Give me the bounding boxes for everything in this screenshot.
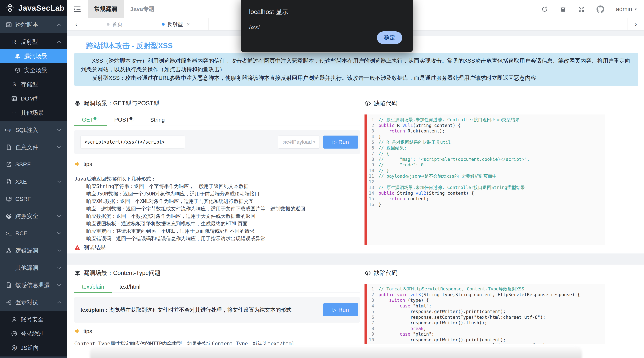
code-line: 5// R 是对返回结果的封装工具util xyxy=(367,140,605,145)
vuln-code-block-2[interactable]: 1// Tomcat内置HttpServletResponse, Content… xyxy=(364,284,605,344)
line-number: 1 xyxy=(367,117,377,123)
hamburger-icon xyxy=(74,6,80,12)
sidebar-item-sql-injection[interactable]: SQLSQL注入 xyxy=(0,122,66,138)
scenario-title: 漏洞场景：GET型与POST型 xyxy=(84,99,159,108)
tab-text-html[interactable]: text/html xyxy=(112,281,148,292)
close-icon[interactable]: × xyxy=(187,21,190,28)
run-label: Run xyxy=(338,139,349,145)
sidebar-item-info-leak[interactable]: 敏感信息泄漏 xyxy=(0,276,66,294)
fullscreen-icon[interactable] xyxy=(578,6,585,12)
sidebar-item-label: 跨源安全 xyxy=(15,212,38,220)
sidebar-item-js-reverse[interactable]: JSJS逆向 xyxy=(0,341,66,355)
line-number: 6 xyxy=(367,314,377,320)
sidebar-item-account-safe[interactable]: 账号安全 xyxy=(0,312,66,326)
refresh-icon[interactable] xyxy=(542,6,548,12)
code-icon xyxy=(364,100,371,107)
sidebar-item-login-bypass[interactable]: 登录绕过 xyxy=(0,326,66,341)
user-dropdown[interactable]: admin ▾ xyxy=(616,6,637,13)
line-number: 10 xyxy=(367,168,377,174)
tab-text-plain[interactable]: text/plain xyxy=(74,281,112,292)
bug-icon xyxy=(14,53,21,60)
window-code-icon xyxy=(5,21,12,28)
sidebar-item-other-vuln[interactable]: ⋯其他漏洞 xyxy=(0,259,66,276)
code-text: case "html": xyxy=(377,303,432,309)
terminal-icon: >_ xyxy=(5,230,12,237)
sidebar-item-other-scene[interactable]: ⋯其他场景 xyxy=(0,106,66,120)
code-text xyxy=(377,179,378,185)
dom-grid-icon xyxy=(11,95,18,102)
code-icon xyxy=(364,270,371,276)
sidebar-item-xxe[interactable]: XXE xyxy=(0,173,66,190)
code-text: // R 是对返回结果的封装工具util xyxy=(377,140,451,145)
tab-regular-vulns[interactable]: 常规漏洞 xyxy=(88,0,124,18)
sidebar-item-vuln-scene[interactable]: 漏洞场景 xyxy=(0,49,66,63)
submenu-group: R反射型漏洞场景安全场景S存储型DOM型⋯其他场景 xyxy=(0,33,66,122)
sidebar-item-label: RCE xyxy=(15,230,28,236)
tags-scroll-left-button[interactable]: ‹ xyxy=(66,18,86,30)
run-button[interactable]: ▷ Run xyxy=(323,136,358,148)
shield-check-icon xyxy=(14,67,21,74)
sidebar-item-csrf[interactable]: CSRF xyxy=(0,190,66,208)
vuln-code-block-1[interactable]: 1// 原生漏洞场景,未加任何过滤, Controller接口返回Json类型结… xyxy=(364,114,605,245)
code-text: response.setContentType("text/plain;char… xyxy=(377,343,548,344)
code-line: 4} xyxy=(367,134,605,140)
example-payload-select[interactable]: 示例Payload ▼ xyxy=(278,136,320,148)
tag-reflected-xss[interactable]: 反射型 × xyxy=(143,18,209,30)
app-logo[interactable]: JavaSecLab xyxy=(0,0,66,16)
run-button-2[interactable]: ▷ Run xyxy=(323,303,358,316)
doc-warning-icon xyxy=(5,282,12,288)
sidebar-item-cors[interactable]: 跨源安全 xyxy=(0,208,66,225)
sidebar-item-rce[interactable]: >_RCE xyxy=(0,225,66,242)
sidebar-item-label: 其他漏洞 xyxy=(15,264,38,272)
line-number: 3 xyxy=(367,128,377,134)
monitor-icon xyxy=(5,196,12,202)
sidebar-item-ssrf[interactable]: SSRF xyxy=(0,156,66,173)
tips-header-2: tips xyxy=(74,328,360,334)
tab-get[interactable]: GET型 xyxy=(74,114,107,126)
sidebar-item-dom[interactable]: DOM型 xyxy=(0,92,66,106)
github-icon[interactable] xyxy=(596,5,604,13)
sidebar-menu: 跨站脚本R反射型漏洞场景安全场景S存储型DOM型⋯其他场景SQLSQL注入任意文… xyxy=(0,16,66,356)
sidebar-item-safe-scene[interactable]: 安全场景 xyxy=(0,63,66,77)
code-lines-2: 1// Tomcat内置HttpServletResponse, Content… xyxy=(367,286,605,344)
sidebar-item-logic[interactable]: 逻辑漏洞 xyxy=(0,242,66,259)
chevron-down-icon xyxy=(57,215,61,218)
code-line: 9// "code": 0 xyxy=(367,162,605,168)
sidebar-item-label: 存储型 xyxy=(21,80,38,88)
tab-string[interactable]: String xyxy=(142,114,172,126)
code-text: return R.ok(content); xyxy=(377,128,445,134)
tag-dot-active xyxy=(162,23,165,26)
tag-home[interactable]: 首页 xyxy=(86,18,143,30)
sidebar-item-xss[interactable]: 跨站脚本 xyxy=(0,16,66,33)
scenario-column-2: 漏洞场景：Content-Type问题 text/plain text/html… xyxy=(74,269,360,345)
sidebar-collapse-button[interactable] xyxy=(66,0,88,18)
browser-alert-dialog: localhost 显示 /xss/ 确定 xyxy=(241,0,413,52)
sidebar-item-arbitrary-file[interactable]: 任意文件 xyxy=(0,138,66,156)
payload-input[interactable] xyxy=(80,136,185,148)
flaw-code-header-2: 缺陷代码 xyxy=(364,269,638,277)
code-text: public String vul2(String content) { xyxy=(377,190,474,196)
line-number: 5 xyxy=(367,309,377,314)
chevron-down-icon xyxy=(57,180,61,183)
code-line: 3 return R.ok(content); xyxy=(367,128,605,134)
megaphone-icon xyxy=(74,328,80,334)
sidebar-item-login-against[interactable]: 登录对抗 xyxy=(0,294,66,311)
tab-post[interactable]: POST型 xyxy=(107,114,142,126)
sidebar-item-stored[interactable]: S存储型 xyxy=(0,77,66,92)
trash-icon[interactable] xyxy=(560,6,566,12)
key-circle-icon xyxy=(11,330,18,337)
code-text: // "msg": "<script>alert(document.cookie… xyxy=(377,156,530,162)
sidebar-item-label: 其他场景 xyxy=(21,109,44,117)
line-number: 10 xyxy=(367,337,377,343)
sidebar: JavaSecLab 跨站脚本R反射型漏洞场景安全场景S存储型DOM型⋯其他场景… xyxy=(0,0,66,358)
run-label: Run xyxy=(338,306,349,313)
code-text: switch (type) { xyxy=(377,298,429,303)
user-name: admin xyxy=(616,6,632,13)
sidebar-item-reflected[interactable]: R反射型 xyxy=(0,35,66,49)
tags-scroll-right-button[interactable]: › xyxy=(628,18,644,30)
dialog-ok-button[interactable]: 确定 xyxy=(377,32,402,44)
code-text: } xyxy=(377,134,381,140)
line-number: 5 xyxy=(367,140,377,145)
tab-java-topics[interactable]: Java专题 xyxy=(124,0,161,18)
code-text: // 原生漏洞场景,未加任何过滤, Controller接口返回Json类型结果 xyxy=(377,117,520,123)
